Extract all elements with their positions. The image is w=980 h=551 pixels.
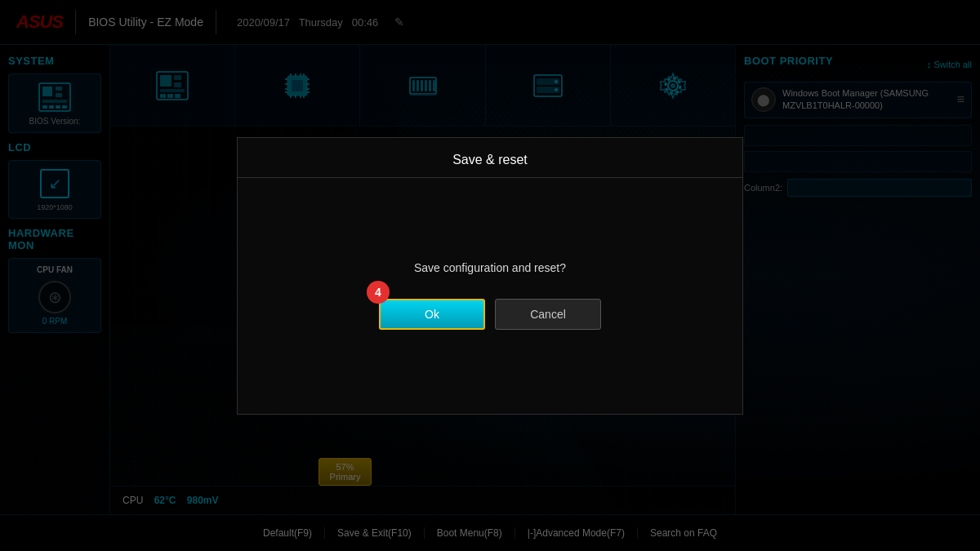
step-badge: 4 — [367, 281, 390, 304]
ok-button[interactable]: Ok — [379, 299, 485, 330]
modal-title: Save & reset — [238, 138, 742, 178]
modal-overlay: Save & reset Save configuration and rese… — [0, 0, 980, 551]
modal-buttons: 4 Ok Cancel — [379, 299, 601, 330]
cancel-button[interactable]: Cancel — [495, 299, 601, 330]
modal-question: Save configuration and reset? — [414, 261, 566, 274]
modal-body: Save configuration and reset? 4 Ok Cance… — [238, 178, 742, 414]
save-reset-modal: Save & reset Save configuration and rese… — [237, 137, 743, 415]
